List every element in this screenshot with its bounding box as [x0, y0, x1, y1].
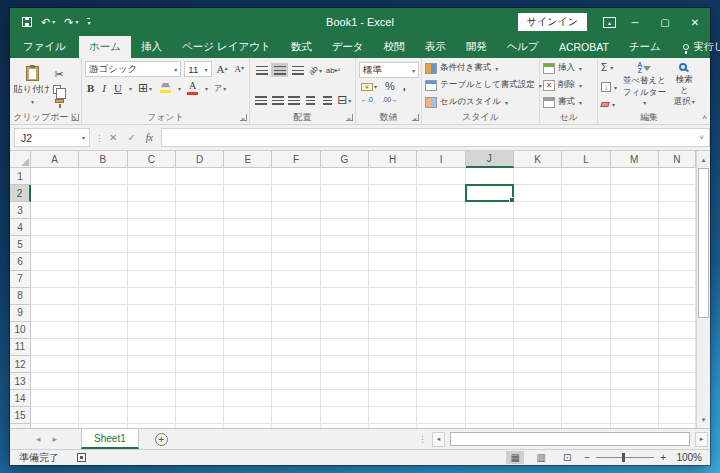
dialog-launcher-icon[interactable]	[240, 114, 247, 121]
cell-G8[interactable]	[321, 288, 369, 305]
close-button[interactable]: ✕	[680, 8, 710, 36]
cell-I13[interactable]	[417, 373, 465, 390]
cell-L6[interactable]	[562, 253, 610, 270]
row-header-12[interactable]: 12	[10, 356, 31, 373]
cell-A6[interactable]	[31, 253, 79, 270]
column-header-B[interactable]: B	[79, 151, 127, 168]
cell-L5[interactable]	[562, 236, 610, 253]
chevron-down-icon[interactable]: ▾	[205, 85, 208, 92]
column-header-A[interactable]: A	[31, 151, 79, 168]
cell-C15[interactable]	[128, 407, 176, 424]
decrease-decimal-button[interactable]: .00→	[380, 95, 399, 104]
cell-N4[interactable]	[659, 219, 696, 236]
percent-style-button[interactable]: %	[383, 80, 397, 93]
row-header-9[interactable]: 9	[10, 305, 31, 322]
cell-I12[interactable]	[417, 356, 465, 373]
cell-L1[interactable]	[562, 168, 610, 185]
expand-formula-bar-button[interactable]: ˅	[694, 128, 710, 147]
customize-qat-button[interactable]: ▾	[87, 18, 90, 26]
cell-B12[interactable]	[79, 356, 127, 373]
enter-button[interactable]: ✓	[127, 132, 135, 143]
cell-J12[interactable]	[466, 356, 514, 373]
cell-B3[interactable]	[79, 202, 127, 219]
cell-M2[interactable]	[611, 185, 659, 202]
cell-A5[interactable]	[31, 236, 79, 253]
cell-H2[interactable]	[369, 185, 417, 202]
formula-bar-resize-handle[interactable]: ⋮	[95, 133, 104, 143]
cell-N12[interactable]	[659, 356, 696, 373]
tell-me-search[interactable]: 実行したい作業を入力してください	[683, 36, 720, 58]
cell-K2[interactable]	[514, 185, 562, 202]
row-header-6[interactable]: 6	[10, 253, 31, 270]
cell-N9[interactable]	[659, 305, 696, 322]
cell-N2[interactable]	[659, 185, 696, 202]
cell-D11[interactable]	[176, 339, 224, 356]
cell-I14[interactable]	[417, 390, 465, 407]
cell-H4[interactable]	[369, 219, 417, 236]
cell-D12[interactable]	[176, 356, 224, 373]
cell-I11[interactable]	[417, 339, 465, 356]
cell-G6[interactable]	[321, 253, 369, 270]
font-name-select[interactable]: 游ゴシック▾	[85, 61, 181, 77]
cell-L15[interactable]	[562, 407, 610, 424]
chevron-down-icon[interactable]: ▾	[178, 85, 181, 92]
tab-insert[interactable]: 挿入	[131, 36, 172, 58]
italic-button[interactable]: I	[100, 81, 108, 95]
cell-C2[interactable]	[128, 185, 176, 202]
name-box[interactable]: J2▾	[14, 128, 90, 147]
cell-F4[interactable]	[272, 219, 320, 236]
cell-N14[interactable]	[659, 390, 696, 407]
tab-review[interactable]: 校閲	[374, 36, 415, 58]
cell-M12[interactable]	[611, 356, 659, 373]
middle-align-button[interactable]	[271, 63, 288, 77]
cancel-button[interactable]: ✕	[109, 132, 117, 143]
cell-I7[interactable]	[417, 271, 465, 288]
cell-K12[interactable]	[514, 356, 562, 373]
cell-J3[interactable]	[466, 202, 514, 219]
bottom-align-button[interactable]	[289, 63, 306, 77]
sign-in-button[interactable]: サインイン	[518, 13, 587, 31]
cell-D10[interactable]	[176, 322, 224, 339]
page-layout-view-button[interactable]: ▥	[532, 451, 550, 464]
cell-E6[interactable]	[224, 253, 272, 270]
cell-F14[interactable]	[272, 390, 320, 407]
cell-I10[interactable]	[417, 322, 465, 339]
cell-D4[interactable]	[176, 219, 224, 236]
currency-format-button[interactable]: ¥▾	[359, 82, 379, 92]
cell-L11[interactable]	[562, 339, 610, 356]
cell-A9[interactable]	[31, 305, 79, 322]
cell-I1[interactable]	[417, 168, 465, 185]
cell-I8[interactable]	[417, 288, 465, 305]
dialog-launcher-icon[interactable]	[346, 114, 353, 121]
column-header-L[interactable]: L	[562, 151, 610, 168]
cell-B9[interactable]	[79, 305, 127, 322]
cell-K9[interactable]	[514, 305, 562, 322]
cell-G15[interactable]	[321, 407, 369, 424]
cell-D9[interactable]	[176, 305, 224, 322]
cell-C4[interactable]	[128, 219, 176, 236]
cell-D1[interactable]	[176, 168, 224, 185]
cell-G12[interactable]	[321, 356, 369, 373]
cell-M13[interactable]	[611, 373, 659, 390]
copy-button[interactable]: ▾	[51, 84, 67, 95]
cell-J13[interactable]	[466, 373, 514, 390]
cell-B2[interactable]	[79, 185, 127, 202]
cell-N6[interactable]	[659, 253, 696, 270]
autosum-button[interactable]: Σ▾	[601, 62, 617, 73]
cell-F7[interactable]	[272, 271, 320, 288]
cell-C9[interactable]	[128, 305, 176, 322]
top-align-button[interactable]	[253, 63, 270, 77]
cell-L13[interactable]	[562, 373, 610, 390]
cell-J4[interactable]	[466, 219, 514, 236]
zoom-out-button[interactable]: −	[584, 452, 590, 463]
cell-M11[interactable]	[611, 339, 659, 356]
cell-A11[interactable]	[31, 339, 79, 356]
cell-A8[interactable]	[31, 288, 79, 305]
cell-E2[interactable]	[224, 185, 272, 202]
row-header-8[interactable]: 8	[10, 288, 31, 305]
cell-N3[interactable]	[659, 202, 696, 219]
vertical-scroll-thumb[interactable]	[698, 168, 709, 318]
cell-E13[interactable]	[224, 373, 272, 390]
merge-center-button[interactable]: ⊟▾	[336, 93, 352, 107]
cell-K15[interactable]	[514, 407, 562, 424]
